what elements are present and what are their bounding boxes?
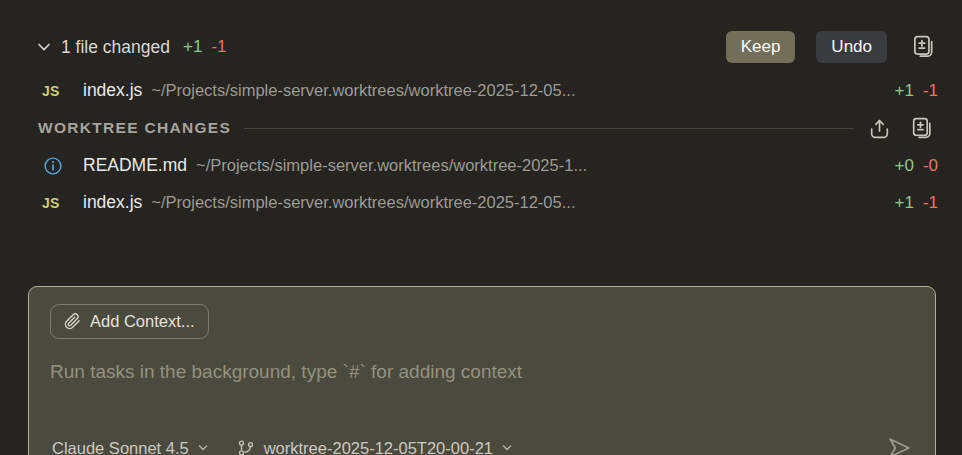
chevron-down-icon <box>36 39 52 55</box>
deletions-count: -1 <box>211 37 226 57</box>
js-file-icon: JS <box>42 195 74 211</box>
chat-input-placeholder: Run tasks in the background, type `#` fo… <box>50 361 522 382</box>
files-changed-summary: 1 file changed <box>61 37 170 58</box>
view-worktree-diff-button[interactable] <box>909 116 934 141</box>
branch-selector[interactable]: worktree-2025-12-05T20-00-21 <box>237 439 513 455</box>
composer-toolbar: Claude Sonnet 4.5 worktree-2025-12-05T20… <box>52 434 913 455</box>
undo-button[interactable]: Undo <box>816 31 887 63</box>
diff-files-icon <box>910 34 936 60</box>
branch-selector-label: worktree-2025-12-05T20-00-21 <box>264 439 493 455</box>
chat-input[interactable]: Run tasks in the background, type `#` fo… <box>50 361 914 383</box>
file-name: index.js <box>83 192 142 213</box>
add-context-label: Add Context... <box>90 312 195 331</box>
send-button[interactable] <box>885 434 913 455</box>
js-file-icon: JS <box>42 83 74 99</box>
worktree-changes-panel: 1 file changed +1 -1 Keep Undo JS index.… <box>0 30 962 455</box>
model-selector[interactable]: Claude Sonnet 4.5 <box>52 439 209 455</box>
chevron-down-icon <box>501 442 513 454</box>
additions-count: +0 <box>894 156 913 176</box>
collapse-toggle[interactable] <box>36 39 52 55</box>
changed-file-row[interactable]: JS index.js ~/Projects/simple-server.wor… <box>0 72 962 109</box>
file-path: ~/Projects/simple-server.worktrees/workt… <box>151 193 885 212</box>
diff-files-icon <box>909 116 934 141</box>
model-selector-label: Claude Sonnet 4.5 <box>52 439 189 455</box>
diff-stats: +0 -0 <box>894 156 938 176</box>
file-name: README.md <box>83 155 187 176</box>
section-title: WORKTREE CHANGES <box>38 119 231 137</box>
diff-stats: +1 -1 <box>894 81 938 101</box>
apply-changes-button[interactable] <box>867 116 892 141</box>
worktree-changes-section-header: WORKTREE CHANGES <box>0 111 962 145</box>
worktree-file-row[interactable]: JS index.js ~/Projects/simple-server.wor… <box>0 184 962 221</box>
deletions-count: -1 <box>923 193 938 213</box>
additions-count: +1 <box>894 193 913 213</box>
add-context-button[interactable]: Add Context... <box>50 304 209 339</box>
file-name: index.js <box>83 80 142 101</box>
info-icon <box>42 155 74 177</box>
worktree-file-row[interactable]: README.md ~/Projects/simple-server.workt… <box>0 147 962 184</box>
checkpoint-header: 1 file changed +1 -1 Keep Undo <box>36 30 936 64</box>
divider <box>244 128 853 129</box>
file-path: ~/Projects/simple-server.worktrees/workt… <box>151 81 885 100</box>
additions-count: +1 <box>183 37 202 57</box>
diff-stats: +1 -1 <box>894 193 938 213</box>
export-up-arrow-icon <box>867 116 892 141</box>
git-branch-icon <box>237 439 255 455</box>
chat-composer: Add Context... Run tasks in the backgrou… <box>28 286 936 455</box>
deletions-count: -0 <box>923 156 938 176</box>
paperclip-icon <box>64 313 81 330</box>
deletions-count: -1 <box>923 81 938 101</box>
view-all-changes-button[interactable] <box>910 34 936 60</box>
diff-stats: +1 -1 <box>183 37 227 57</box>
file-path: ~/Projects/simple-server.worktrees/workt… <box>196 156 885 175</box>
additions-count: +1 <box>894 81 913 101</box>
section-actions <box>867 116 934 141</box>
keep-button[interactable]: Keep <box>726 31 796 63</box>
send-icon <box>885 434 913 455</box>
chevron-down-icon <box>197 442 209 454</box>
